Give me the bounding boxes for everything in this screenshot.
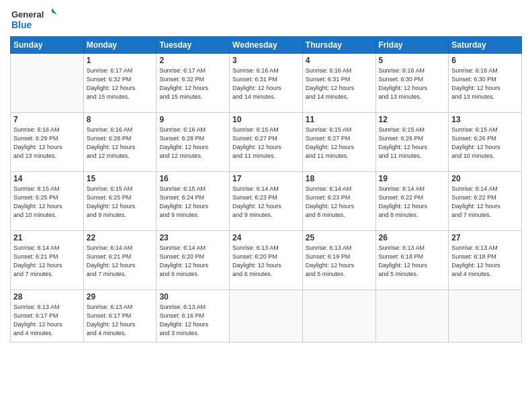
- calendar-day-cell: 30Sunrise: 6:13 AMSunset: 6:16 PMDayligh…: [157, 290, 230, 342]
- calendar-header-row: SundayMondayTuesdayWednesdayThursdayFrid…: [11, 37, 522, 54]
- calendar-day-cell: [375, 290, 449, 342]
- calendar-day-cell: 20Sunrise: 6:14 AMSunset: 6:22 PMDayligh…: [449, 172, 522, 231]
- day-info: Sunrise: 6:14 AMSunset: 6:21 PMDaylight:…: [13, 244, 81, 279]
- day-number: 12: [379, 115, 446, 124]
- day-number: 14: [13, 174, 81, 183]
- calendar-day-cell: [449, 290, 522, 342]
- day-number: 7: [13, 115, 81, 124]
- calendar-day-cell: 6Sunrise: 6:16 AMSunset: 6:30 PMDaylight…: [449, 54, 522, 113]
- calendar-day-cell: 18Sunrise: 6:14 AMSunset: 6:23 PMDayligh…: [302, 172, 375, 231]
- calendar-day-cell: 11Sunrise: 6:15 AMSunset: 6:27 PMDayligh…: [302, 113, 375, 172]
- svg-marker-1: [52, 8, 57, 15]
- day-number: 11: [306, 115, 373, 124]
- day-info: Sunrise: 6:13 AMSunset: 6:17 PMDaylight:…: [13, 303, 81, 338]
- day-info: Sunrise: 6:14 AMSunset: 6:23 PMDaylight:…: [306, 185, 373, 220]
- day-info: Sunrise: 6:13 AMSunset: 6:18 PMDaylight:…: [451, 244, 519, 279]
- day-info: Sunrise: 6:15 AMSunset: 6:25 PMDaylight:…: [13, 185, 81, 220]
- day-number: 8: [87, 115, 154, 124]
- day-number: 9: [159, 115, 226, 124]
- calendar-day-cell: 27Sunrise: 6:13 AMSunset: 6:18 PMDayligh…: [449, 231, 522, 290]
- day-number: 22: [87, 233, 154, 242]
- page-header: General Blue: [10, 7, 522, 32]
- day-info: Sunrise: 6:13 AMSunset: 6:20 PMDaylight:…: [232, 244, 300, 279]
- calendar-table: SundayMondayTuesdayWednesdayThursdayFrid…: [10, 36, 522, 342]
- day-number: 30: [159, 292, 226, 302]
- calendar-day-cell: 29Sunrise: 6:13 AMSunset: 6:17 PMDayligh…: [83, 290, 157, 342]
- day-info: Sunrise: 6:14 AMSunset: 6:22 PMDaylight:…: [451, 185, 519, 220]
- logo: General Blue: [10, 7, 57, 32]
- day-number: 1: [87, 56, 154, 65]
- day-number: 3: [232, 56, 300, 65]
- logo-svg: General Blue: [10, 7, 57, 32]
- svg-text:Blue: Blue: [11, 19, 32, 30]
- calendar-day-cell: 21Sunrise: 6:14 AMSunset: 6:21 PMDayligh…: [11, 231, 84, 290]
- calendar-day-cell: 5Sunrise: 6:16 AMSunset: 6:30 PMDaylight…: [375, 54, 449, 113]
- day-number: 13: [451, 115, 519, 124]
- day-number: 23: [159, 233, 226, 242]
- day-number: 17: [232, 174, 300, 183]
- day-number: 15: [87, 174, 154, 183]
- calendar-day-cell: 8Sunrise: 6:16 AMSunset: 6:28 PMDaylight…: [83, 113, 157, 172]
- calendar-day-cell: 1Sunrise: 6:17 AMSunset: 6:32 PMDaylight…: [83, 54, 157, 113]
- calendar-day-cell: [230, 290, 303, 342]
- calendar-week-row: 21Sunrise: 6:14 AMSunset: 6:21 PMDayligh…: [11, 231, 522, 290]
- calendar-day-header: Saturday: [449, 37, 522, 54]
- day-info: Sunrise: 6:16 AMSunset: 6:30 PMDaylight:…: [451, 66, 519, 101]
- day-number: 6: [451, 56, 519, 65]
- calendar-day-cell: 25Sunrise: 6:13 AMSunset: 6:19 PMDayligh…: [302, 231, 375, 290]
- calendar-day-cell: 12Sunrise: 6:15 AMSunset: 6:26 PMDayligh…: [375, 113, 449, 172]
- calendar-week-row: 28Sunrise: 6:13 AMSunset: 6:17 PMDayligh…: [11, 290, 522, 342]
- day-number: 10: [232, 115, 300, 124]
- day-info: Sunrise: 6:13 AMSunset: 6:17 PMDaylight:…: [87, 303, 154, 338]
- day-info: Sunrise: 6:14 AMSunset: 6:23 PMDaylight:…: [232, 185, 300, 220]
- calendar-day-cell: [11, 54, 84, 113]
- day-number: 19: [379, 174, 446, 183]
- calendar-day-cell: 24Sunrise: 6:13 AMSunset: 6:20 PMDayligh…: [230, 231, 303, 290]
- calendar-day-cell: 2Sunrise: 6:17 AMSunset: 6:32 PMDaylight…: [157, 54, 230, 113]
- day-info: Sunrise: 6:15 AMSunset: 6:25 PMDaylight:…: [87, 185, 154, 220]
- calendar-day-header: Thursday: [302, 37, 375, 54]
- calendar-day-header: Monday: [83, 37, 157, 54]
- calendar-day-cell: [302, 290, 375, 342]
- day-info: Sunrise: 6:13 AMSunset: 6:19 PMDaylight:…: [306, 244, 373, 279]
- day-number: 28: [13, 292, 81, 302]
- day-info: Sunrise: 6:15 AMSunset: 6:24 PMDaylight:…: [159, 185, 226, 220]
- svg-text:General: General: [11, 9, 44, 19]
- day-number: 29: [87, 292, 154, 302]
- day-info: Sunrise: 6:16 AMSunset: 6:28 PMDaylight:…: [159, 126, 226, 161]
- day-info: Sunrise: 6:16 AMSunset: 6:29 PMDaylight:…: [13, 126, 81, 161]
- day-info: Sunrise: 6:15 AMSunset: 6:26 PMDaylight:…: [379, 126, 446, 161]
- day-info: Sunrise: 6:16 AMSunset: 6:31 PMDaylight:…: [306, 66, 373, 101]
- day-number: 21: [13, 233, 81, 242]
- day-info: Sunrise: 6:16 AMSunset: 6:31 PMDaylight:…: [232, 66, 300, 101]
- calendar-day-cell: 28Sunrise: 6:13 AMSunset: 6:17 PMDayligh…: [11, 290, 84, 342]
- calendar-day-cell: 9Sunrise: 6:16 AMSunset: 6:28 PMDaylight…: [157, 113, 230, 172]
- calendar-week-row: 1Sunrise: 6:17 AMSunset: 6:32 PMDaylight…: [11, 54, 522, 113]
- day-number: 26: [379, 233, 446, 242]
- day-number: 5: [379, 56, 446, 65]
- day-info: Sunrise: 6:13 AMSunset: 6:16 PMDaylight:…: [159, 303, 226, 338]
- day-number: 4: [306, 56, 373, 65]
- day-number: 20: [451, 174, 519, 183]
- calendar-day-cell: 26Sunrise: 6:13 AMSunset: 6:18 PMDayligh…: [375, 231, 449, 290]
- day-info: Sunrise: 6:15 AMSunset: 6:27 PMDaylight:…: [232, 126, 300, 161]
- day-number: 24: [232, 233, 300, 242]
- calendar-week-row: 7Sunrise: 6:16 AMSunset: 6:29 PMDaylight…: [11, 113, 522, 172]
- day-info: Sunrise: 6:14 AMSunset: 6:22 PMDaylight:…: [379, 185, 446, 220]
- calendar-day-cell: 4Sunrise: 6:16 AMSunset: 6:31 PMDaylight…: [302, 54, 375, 113]
- calendar-day-cell: 13Sunrise: 6:15 AMSunset: 6:26 PMDayligh…: [449, 113, 522, 172]
- calendar-day-cell: 22Sunrise: 6:14 AMSunset: 6:21 PMDayligh…: [83, 231, 157, 290]
- calendar-day-cell: 17Sunrise: 6:14 AMSunset: 6:23 PMDayligh…: [230, 172, 303, 231]
- calendar-day-header: Friday: [375, 37, 449, 54]
- day-number: 25: [306, 233, 373, 242]
- calendar-day-cell: 19Sunrise: 6:14 AMSunset: 6:22 PMDayligh…: [375, 172, 449, 231]
- calendar-day-cell: 10Sunrise: 6:15 AMSunset: 6:27 PMDayligh…: [230, 113, 303, 172]
- calendar-day-cell: 14Sunrise: 6:15 AMSunset: 6:25 PMDayligh…: [11, 172, 84, 231]
- day-info: Sunrise: 6:15 AMSunset: 6:26 PMDaylight:…: [451, 126, 519, 161]
- day-info: Sunrise: 6:14 AMSunset: 6:20 PMDaylight:…: [159, 244, 226, 279]
- calendar-day-cell: 23Sunrise: 6:14 AMSunset: 6:20 PMDayligh…: [157, 231, 230, 290]
- calendar-week-row: 14Sunrise: 6:15 AMSunset: 6:25 PMDayligh…: [11, 172, 522, 231]
- day-number: 16: [159, 174, 226, 183]
- day-info: Sunrise: 6:16 AMSunset: 6:30 PMDaylight:…: [379, 66, 446, 101]
- calendar-day-cell: 16Sunrise: 6:15 AMSunset: 6:24 PMDayligh…: [157, 172, 230, 231]
